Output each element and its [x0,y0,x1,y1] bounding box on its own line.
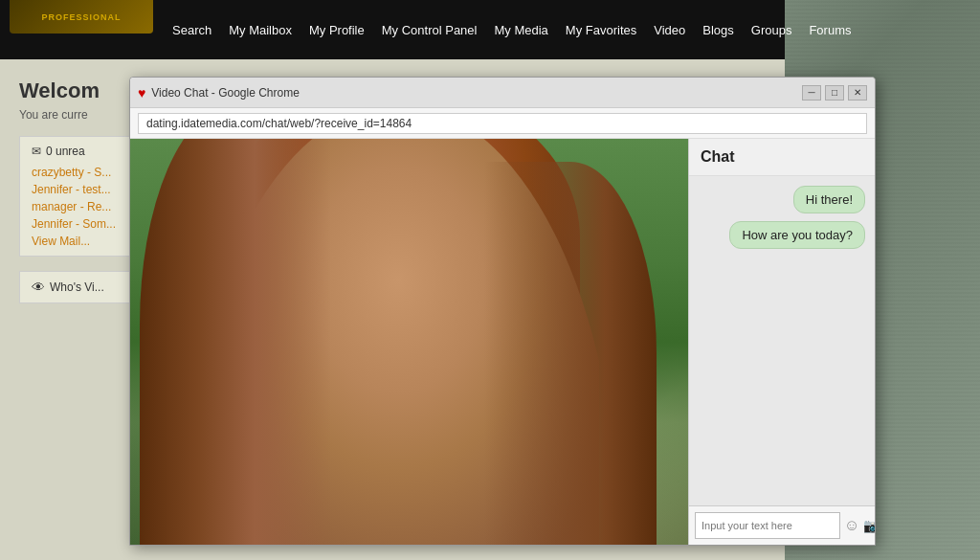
nav-video[interactable]: Video [654,23,685,37]
nav-search[interactable]: Search [172,23,212,37]
person-overlay [130,139,685,545]
whos-viewing-label: Who's Vi... [50,280,104,294]
nav-profile[interactable]: My Profile [309,23,365,37]
video-area [130,139,688,545]
nav-blogs[interactable]: Blogs [702,23,734,37]
eye-icon: 👁 [32,280,45,295]
inbox-count: 0 unrea [46,145,85,158]
nav-bar: PROFESSIONAL Search My Mailbox My Profil… [0,0,785,59]
chat-bubble-1: Hi there! [793,186,865,213]
chat-header: Chat [689,139,875,176]
close-button[interactable]: ✕ [848,85,867,101]
nav-favorites[interactable]: My Favorites [566,23,636,37]
logo-text: PROFESSIONAL [41,12,121,22]
mail-list: crazybetty - S... Jennifer - test... man… [32,166,141,231]
minimize-button[interactable]: ─ [802,85,821,101]
chrome-addressbar [130,108,875,139]
mail-item-3[interactable]: manager - Re... [32,200,141,213]
nav-forums[interactable]: Forums [809,23,851,37]
mail-item-2[interactable]: Jennifer - test... [32,183,141,196]
chrome-window-controls: ─ □ ✕ [802,85,867,101]
person-hair-right [484,162,657,545]
site-logo: PROFESSIONAL [10,0,153,34]
address-input[interactable] [138,113,867,134]
maximize-button[interactable]: □ [825,85,844,101]
person-hair-left [140,139,331,545]
chat-input-area: ☺ 📷 [689,505,875,545]
chat-messages: Hi there! How are you today? [689,176,875,505]
camera-button[interactable]: 📷 [863,518,875,533]
nav-media[interactable]: My Media [494,23,547,37]
chrome-title-text: Video Chat - Google Chrome [151,86,300,100]
chrome-title-left: ♥ Video Chat - Google Chrome [138,85,300,101]
chrome-titlebar: ♥ Video Chat - Google Chrome ─ □ ✕ [130,78,875,108]
mail-icon: ✉ [32,145,41,158]
chat-bubble-2: How are you today? [729,221,865,249]
nav-mailbox[interactable]: My Mailbox [229,23,292,37]
nav-items: Search My Mailbox My Profile My Control … [172,0,851,59]
inbox-row: ✉ 0 unrea [32,145,141,158]
chat-text-input[interactable] [695,512,840,539]
view-mail-link[interactable]: View Mail... [32,235,141,248]
nav-control-panel[interactable]: My Control Panel [382,23,478,37]
chat-panel: Chat Hi there! How are you today? ☺ 📷 [688,139,875,545]
emoji-button[interactable]: ☺ [844,517,859,534]
nav-groups[interactable]: Groups [751,23,792,37]
heart-icon: ♥ [138,85,145,101]
mail-item-1[interactable]: crazybetty - S... [32,166,141,179]
chrome-content: Chat Hi there! How are you today? ☺ 📷 [130,139,875,545]
mail-item-4[interactable]: Jennifer - Som... [32,217,141,231]
chrome-window: ♥ Video Chat - Google Chrome ─ □ ✕ Chat [129,77,876,546]
